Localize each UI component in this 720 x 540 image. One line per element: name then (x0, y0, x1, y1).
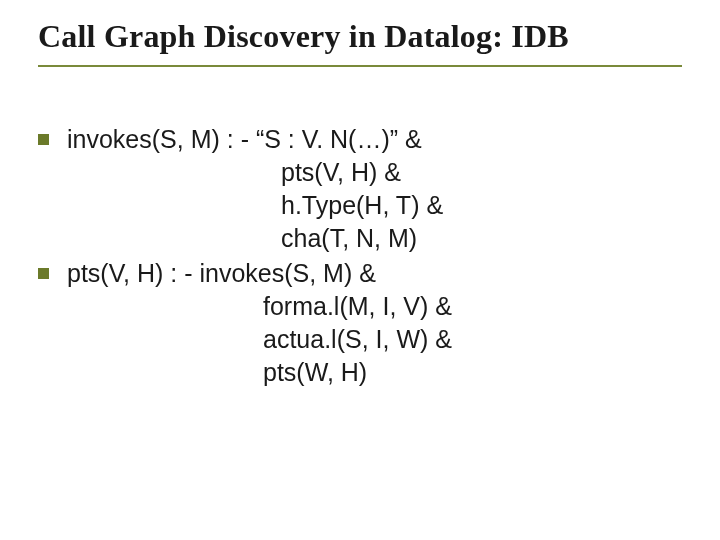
rule-line: forma.l(M, I, V) & (67, 290, 682, 323)
rule-line: h.Type(H, T) & (67, 189, 682, 222)
rule-head: pts(V, H) : - invokes(S, M) & (67, 257, 682, 290)
bullet-item: invokes(S, M) : - “S : V. N(…)” & pts(V,… (38, 123, 682, 255)
slide-content: invokes(S, M) : - “S : V. N(…)” & pts(V,… (38, 123, 682, 389)
bullet-text: pts(V, H) : - invokes(S, M) & forma.l(M,… (67, 257, 682, 389)
rule-head: invokes(S, M) : - “S : V. N(…)” & (67, 123, 682, 156)
bullet-icon (38, 268, 49, 279)
rule-line: pts(W, H) (67, 356, 682, 389)
bullet-item: pts(V, H) : - invokes(S, M) & forma.l(M,… (38, 257, 682, 389)
rule-line: actua.l(S, I, W) & (67, 323, 682, 356)
slide: Call Graph Discovery in Datalog: IDB inv… (0, 0, 720, 540)
bullet-text: invokes(S, M) : - “S : V. N(…)” & pts(V,… (67, 123, 682, 255)
rule-line: cha(T, N, M) (67, 222, 682, 255)
bullet-icon (38, 134, 49, 145)
slide-title: Call Graph Discovery in Datalog: IDB (38, 18, 682, 67)
rule-line: pts(V, H) & (67, 156, 682, 189)
